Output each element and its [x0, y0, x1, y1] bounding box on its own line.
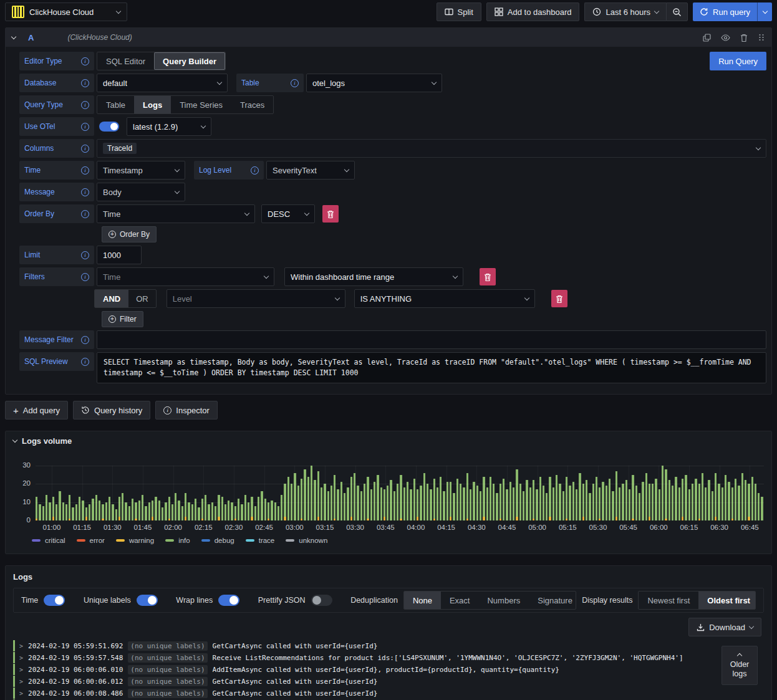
run-query-button[interactable]: Run query: [693, 2, 757, 21]
query-history-button[interactable]: Query history: [73, 401, 150, 420]
info-icon[interactable]: i: [81, 210, 89, 218]
log-row[interactable]: >2024-02-19 06:00:08.486(no unique label…: [13, 688, 764, 699]
run-query-inner-button[interactable]: Run Query: [710, 52, 766, 70]
log-row[interactable]: >2024-02-19 06:00:06.010(no unique label…: [13, 664, 764, 675]
time-toggle[interactable]: [44, 595, 65, 606]
query-type-logs[interactable]: Logs: [134, 96, 171, 113]
display-oldest-first[interactable]: Oldest first: [698, 592, 756, 609]
info-icon[interactable]: i: [81, 273, 89, 281]
log-level-select[interactable]: SeverityText: [266, 161, 355, 180]
expand-chevron-icon[interactable]: >: [19, 643, 23, 650]
wrap-lines-toggle[interactable]: [218, 595, 239, 606]
zoom-out-button[interactable]: [666, 2, 688, 21]
log-row[interactable]: >2024-02-19 05:59:51.692(no unique label…: [13, 640, 764, 651]
info-icon[interactable]: i: [291, 79, 299, 87]
info-icon[interactable]: i: [81, 336, 89, 344]
query-type-time-series[interactable]: Time Series: [171, 96, 231, 113]
info-icon[interactable]: i: [81, 251, 89, 259]
expand-chevron-icon[interactable]: >: [19, 666, 23, 673]
volume-bar: [639, 493, 640, 520]
download-button[interactable]: Download: [688, 618, 761, 636]
remove-filter-button[interactable]: [480, 268, 496, 285]
legend-item-warning[interactable]: warning: [116, 537, 154, 544]
duplicate-query-icon[interactable]: [703, 34, 711, 42]
message-filter-input[interactable]: [97, 330, 766, 349]
info-icon[interactable]: i: [81, 79, 89, 87]
dedup-signature[interactable]: Signature: [529, 592, 576, 609]
time-range-picker[interactable]: Last 6 hours: [584, 2, 666, 21]
filter-bool-and[interactable]: AND: [95, 290, 128, 307]
expand-chevron-icon[interactable]: >: [19, 690, 23, 697]
split-button[interactable]: Split: [437, 2, 481, 21]
legend-item-error[interactable]: error: [77, 537, 105, 544]
dedup-none[interactable]: None: [404, 592, 441, 609]
collapse-chevron-icon[interactable]: [12, 438, 17, 443]
volume-bar: [549, 477, 551, 520]
dedup-numbers[interactable]: Numbers: [478, 592, 529, 609]
volume-bar: [152, 501, 153, 520]
dedup-exact[interactable]: Exact: [441, 592, 479, 609]
database-select[interactable]: default: [97, 74, 228, 92]
delete-query-icon[interactable]: [740, 34, 748, 42]
display-newest-first[interactable]: Newest first: [639, 592, 698, 609]
log-row[interactable]: >2024-02-19 06:00:06.012(no unique label…: [13, 676, 764, 687]
expand-chevron-icon[interactable]: >: [19, 654, 23, 661]
column-chip-traceid[interactable]: TraceId: [103, 143, 137, 154]
gridline: [567, 466, 568, 520]
time-column-select[interactable]: Timestamp: [97, 161, 185, 180]
older-logs-button[interactable]: Olderlogs: [722, 646, 758, 685]
hide-query-eye-icon[interactable]: [721, 34, 730, 41]
info-icon[interactable]: i: [81, 57, 89, 65]
log-row[interactable]: >2024-02-19 05:59:57.548(no unique label…: [13, 652, 764, 663]
add-query-button[interactable]: + Add query: [5, 401, 68, 420]
columns-multiselect[interactable]: TraceId: [97, 139, 766, 158]
table-select[interactable]: otel_logs: [306, 74, 442, 92]
gridline: [112, 466, 113, 520]
add-to-dashboard-button[interactable]: Add to dashboard: [486, 2, 580, 21]
filter2-operator-select[interactable]: IS ANYTHING: [354, 289, 535, 308]
legend-item-critical[interactable]: critical: [32, 537, 65, 544]
query-type-traces[interactable]: Traces: [231, 96, 273, 113]
info-icon[interactable]: i: [81, 166, 89, 175]
run-query-dropdown[interactable]: [757, 2, 772, 21]
info-icon[interactable]: i: [81, 188, 89, 196]
filter-operator-select[interactable]: Within dashboard time range: [284, 267, 463, 286]
use-otel-toggle[interactable]: [99, 122, 119, 132]
collapse-chevron-icon[interactable]: [11, 34, 16, 39]
remove-order-by-button[interactable]: [322, 205, 339, 223]
order-by-direction-select[interactable]: DESC: [261, 204, 315, 223]
query-type-table[interactable]: Table: [97, 96, 134, 113]
info-icon[interactable]: i: [81, 358, 89, 366]
datasource-picker[interactable]: ClickHouse Cloud: [5, 2, 127, 21]
filter-field-select[interactable]: Time: [97, 267, 274, 286]
legend-item-trace[interactable]: trace: [246, 537, 275, 544]
volume-bar: [562, 491, 564, 520]
add-order-by-button[interactable]: +Order By: [102, 226, 157, 242]
prettify-json-toggle[interactable]: [311, 595, 332, 606]
editor-type-sql-editor[interactable]: SQL Editor: [97, 52, 154, 70]
filter2-field-select[interactable]: Level: [166, 289, 345, 308]
info-icon[interactable]: i: [81, 101, 89, 109]
filter-bool-or[interactable]: OR: [128, 290, 156, 307]
expand-chevron-icon[interactable]: >: [19, 678, 23, 685]
legend-item-info[interactable]: info: [165, 537, 190, 544]
add-filter-button[interactable]: +Filter: [102, 311, 143, 327]
remove-filter2-button[interactable]: [551, 290, 567, 307]
legend-label: debug: [215, 537, 234, 544]
inspector-button[interactable]: i Inspector: [155, 401, 217, 420]
unique-labels-toggle[interactable]: [137, 595, 158, 606]
order-by-field-select[interactable]: Time: [97, 204, 255, 223]
legend-item-unknown[interactable]: unknown: [286, 537, 327, 544]
info-icon[interactable]: i: [251, 166, 259, 175]
drag-handle-icon[interactable]: [758, 34, 765, 41]
limit-input[interactable]: 1000: [97, 246, 142, 264]
split-label: Split: [458, 7, 473, 17]
legend-item-debug[interactable]: debug: [201, 537, 234, 544]
editor-type-query-builder[interactable]: Query Builder: [154, 52, 225, 70]
message-column-select[interactable]: Body: [97, 183, 185, 201]
otel-version-select[interactable]: latest (1.2.9): [127, 117, 211, 136]
volume-bar: [218, 495, 220, 520]
query-header[interactable]: A (ClickHouse Cloud): [6, 28, 771, 47]
info-icon[interactable]: i: [81, 145, 89, 153]
info-icon[interactable]: i: [81, 123, 89, 131]
